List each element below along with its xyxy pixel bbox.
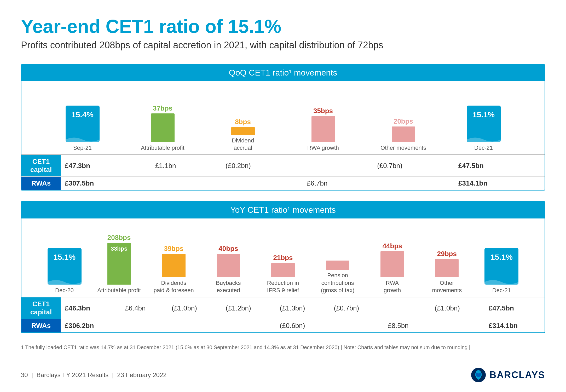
yoy-rwas-dec20: £306.2bn bbox=[61, 319, 121, 333]
qoq-bar-dividend: 8bps Dividendaccrual bbox=[203, 118, 283, 152]
qoq-rwas-profit bbox=[151, 177, 221, 190]
yoy-rwas-buybacks bbox=[222, 319, 276, 333]
yoy-rwas-label: RWAs bbox=[21, 319, 61, 333]
qoq-bar-rwa-growth: 35bps RWA growth bbox=[283, 107, 363, 152]
qoq-bar-other-mov: 20bps Other movements bbox=[363, 117, 443, 152]
qoq-cet1-row: CET1 capital £47.3bn £1.1bn (£0.2bn) (£0… bbox=[21, 155, 545, 177]
yoy-rwas-profit bbox=[121, 319, 168, 333]
qoq-rwas-label: RWAs bbox=[21, 177, 61, 190]
qoq-rwas-sep21: £307.5bn bbox=[61, 177, 151, 190]
barclays-logo: BARCLAYS bbox=[471, 367, 545, 383]
qoq-table: CET1 capital £47.3bn £1.1bn (£0.2bn) (£0… bbox=[21, 155, 545, 190]
yoy-cet1-other: (£1.0bn) bbox=[430, 297, 484, 319]
qoq-cet1-sep21: £47.3bn bbox=[61, 155, 151, 177]
yoy-cet1-divid: (£1.0bn) bbox=[168, 297, 222, 319]
qoq-header: QoQ CET1 ratio¹ movements bbox=[21, 64, 545, 81]
footer: 30 | Barclays FY 2021 Results | 23 Febru… bbox=[21, 362, 545, 383]
qoq-bar-sep21: 15.4% Sep-21 bbox=[42, 93, 123, 152]
yoy-bar-other-mov: 29bps Othermovements bbox=[420, 250, 474, 294]
yoy-cet1-rwa bbox=[384, 297, 430, 319]
yoy-cet1-row: CET1 capital £46.3bn £6.4bn (£1.0bn) (£1… bbox=[21, 297, 545, 319]
qoq-cet1-label: CET1 capital bbox=[21, 155, 61, 177]
footnote: 1 The fully loaded CET1 ratio was 14.7% … bbox=[21, 343, 545, 351]
yoy-cet1-ifrs9: (£1.3bn) bbox=[276, 297, 330, 319]
yoy-bar-dec21: 15.1% Dec-21 bbox=[474, 232, 529, 294]
qoq-cet1-rwa bbox=[303, 155, 373, 177]
yoy-table: CET1 capital £46.3bn £6.4bn (£1.0bn) (£1… bbox=[21, 297, 545, 332]
page-subtitle: Profits contributed 208bps of capital ac… bbox=[21, 40, 545, 51]
yoy-bar-ifrs9: 21bps Reduction inIFRS 9 relief bbox=[256, 254, 310, 294]
yoy-cet1-pension: (£0.7bn) bbox=[330, 297, 384, 319]
yoy-bar-rwa-growth: 44bps RWAgrowth bbox=[365, 242, 420, 294]
barclays-text: BARCLAYS bbox=[489, 370, 545, 381]
yoy-cet1-buybacks: (£1.2bn) bbox=[222, 297, 276, 319]
yoy-rwas-pension bbox=[330, 319, 384, 333]
yoy-cet1-dec21: £47.5bn bbox=[484, 297, 545, 319]
yoy-rwas-row: RWAs £306.2bn (£0.6bn) £8.5bn £314.1bn bbox=[21, 319, 545, 333]
yoy-cet1-label: CET1 capital bbox=[21, 297, 61, 319]
qoq-section: QoQ CET1 ratio¹ movements 15.4% Sep-21 3… bbox=[21, 64, 545, 191]
qoq-cet1-other: (£0.7bn) bbox=[373, 155, 454, 177]
footer-info: 30 | Barclays FY 2021 Results | 23 Febru… bbox=[21, 371, 167, 379]
page-title: Year-end CET1 ratio of 15.1% bbox=[21, 16, 545, 37]
yoy-bar-attr-profit: 208bps 33bps Attributable profit bbox=[92, 234, 146, 294]
yoy-bar-buybacks: 40bps Buybacksexecuted bbox=[201, 245, 256, 294]
qoq-rwas-other bbox=[373, 177, 454, 190]
qoq-bar-dec21: 15.1% Dec-21 bbox=[443, 93, 524, 152]
barclays-eagle-icon bbox=[471, 367, 486, 383]
yoy-bar-pension: - Pension contributions(gross of tax) bbox=[310, 251, 365, 294]
qoq-bar-attr-profit: 37bps Attributable profit bbox=[123, 104, 203, 152]
yoy-bar-dividends: 39bps Dividendspaid & foreseen bbox=[146, 245, 201, 294]
qoq-cet1-dec21: £47.5bn bbox=[454, 155, 545, 177]
yoy-rwas-divid bbox=[168, 319, 222, 333]
qoq-rwas-rwa: £6.7bn bbox=[303, 177, 373, 190]
yoy-cet1-profit: £6.4bn bbox=[121, 297, 168, 319]
yoy-header: YoY CET1 ratio¹ movements bbox=[21, 201, 545, 218]
qoq-rwas-dec21: £314.1bn bbox=[454, 177, 545, 190]
yoy-chart: 15.1% Dec-20 208bps 33bps Attributable p… bbox=[32, 226, 534, 294]
yoy-bar-dec20: 15.1% Dec-20 bbox=[37, 232, 92, 294]
qoq-chart: 15.4% Sep-21 37bps Attributable profit 8… bbox=[37, 89, 529, 152]
qoq-cet1-profit: £1.1bn bbox=[151, 155, 221, 177]
yoy-rwas-other bbox=[430, 319, 484, 333]
yoy-rwas-rwa: £8.5bn bbox=[384, 319, 430, 333]
yoy-section: YoY CET1 ratio¹ movements 15.1% Dec-20 2… bbox=[21, 201, 545, 333]
qoq-rwas-dividend bbox=[221, 177, 303, 190]
yoy-cet1-dec20: £46.3bn bbox=[61, 297, 121, 319]
yoy-rwas-ifrs9: (£0.6bn) bbox=[276, 319, 330, 333]
yoy-rwas-dec21: £314.1bn bbox=[484, 319, 545, 333]
qoq-cet1-dividend: (£0.2bn) bbox=[221, 155, 303, 177]
qoq-rwas-row: RWAs £307.5bn £6.7bn £314.1bn bbox=[21, 177, 545, 190]
